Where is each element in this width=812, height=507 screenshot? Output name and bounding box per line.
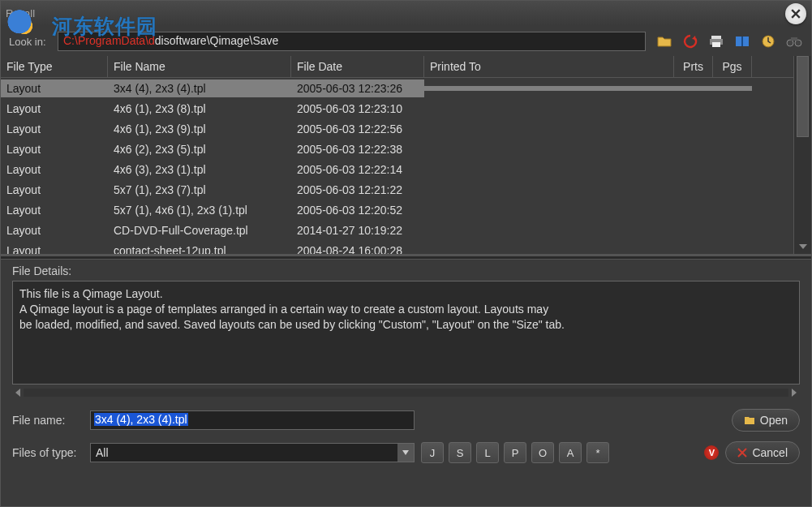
file-grid[interactable]: File Type File Name File Date Printed To… [1,56,793,254]
close-button[interactable] [785,3,806,24]
svg-point-4 [787,40,793,46]
book-icon[interactable] [733,32,751,50]
refresh-icon[interactable] [681,32,699,50]
table-row[interactable]: Layout4x6 (3), 2x3 (1).tpl2005-06-03 12:… [1,159,793,179]
filter-letter-star[interactable]: * [586,442,609,463]
cancel-x-icon [737,448,747,458]
print-icon[interactable] [707,32,725,50]
open-button[interactable]: Open [732,409,800,432]
v-badge[interactable]: V [704,445,719,460]
svg-rect-6 [791,37,797,41]
dropdown-icon [397,444,414,462]
svg-point-5 [795,40,801,46]
filter-letter-o[interactable]: O [531,442,554,463]
details-horizontal-scrollbar[interactable] [12,386,800,399]
col-file-type[interactable]: File Type [1,56,108,77]
lookin-label: Look in: [9,36,53,48]
filter-letter-j[interactable]: J [421,442,444,463]
col-pgs[interactable]: Pgs [713,56,752,77]
table-row[interactable]: Layout5x7 (1), 2x3 (7).tpl2005-06-03 12:… [1,179,793,200]
dialog-title: Recall [6,7,35,19]
folder-open-icon [744,415,755,425]
table-row[interactable]: Layout4x6 (1), 2x3 (9).tpl2005-06-03 12:… [1,118,793,139]
filter-letter-s[interactable]: S [449,442,471,463]
clock-icon[interactable] [759,32,777,50]
table-row[interactable]: LayoutCD-DVD-Full-Coverage.tpl2014-01-27… [1,220,793,240]
filter-letter-l[interactable]: L [476,442,499,463]
filter-letter-a[interactable]: A [559,442,582,463]
table-row[interactable]: Layout4x6 (2), 2x3 (5).tpl2005-06-03 12:… [1,139,793,159]
table-row[interactable]: Layout5x7 (1), 4x6 (1), 2x3 (1).tpl2005-… [1,200,793,220]
binoculars-icon[interactable] [785,32,803,50]
file-details-box: This file is a Qimage Layout. A Qimage l… [12,281,800,385]
table-row[interactable]: Layout3x4 (4), 2x3 (4).tpl2005-06-03 12:… [1,78,793,98]
filename-input[interactable]: 3x4 (4), 2x3 (4).tpl [90,410,415,430]
filter-letter-p[interactable]: P [504,442,526,463]
filename-label: File name: [12,414,84,427]
col-prts[interactable]: Prts [674,56,713,77]
folder-icon[interactable] [655,32,673,50]
svg-rect-2 [712,42,720,47]
file-details-label: File Details: [12,264,800,277]
col-file-date[interactable]: File Date [291,56,424,77]
filetype-select[interactable]: All [90,443,415,462]
table-row[interactable]: Layout4x6 (1), 2x3 (8).tpl2005-06-03 12:… [1,98,793,118]
col-printed-to[interactable]: Printed To [424,56,674,77]
path-input[interactable]: C:\ProgramData\ddisoftware\Qimage\Save [58,32,646,51]
table-row[interactable]: Layoutcontact-sheet-12up.tpl2004-08-24 1… [1,240,793,254]
cancel-button[interactable]: Cancel [725,441,800,464]
grid-vertical-scrollbar[interactable] [793,56,811,254]
filetype-label: Files of type: [12,446,84,459]
col-file-name[interactable]: File Name [108,56,291,77]
close-icon [791,9,801,19]
grid-header[interactable]: File Type File Name File Date Printed To… [1,56,793,78]
